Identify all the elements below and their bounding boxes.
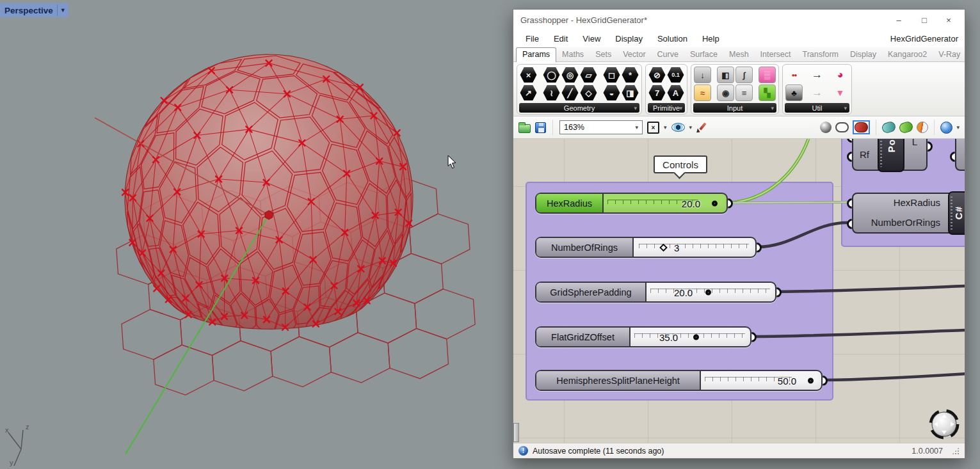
brep-param-icon[interactable]: ◨ bbox=[622, 84, 639, 101]
slider-track[interactable]: 20.0 bbox=[604, 194, 727, 212]
chevron-down-icon[interactable]: ▼ bbox=[60, 7, 66, 13]
slider-hemispheressplitplaneheight[interactable]: HemispheresSplitPlaneHeight 50.0 bbox=[535, 370, 823, 391]
toolbar-group-label[interactable]: Primitive▾ bbox=[648, 103, 685, 113]
slider-numberofrings[interactable]: NumberOfRings 3 bbox=[535, 237, 757, 258]
toolbar-group-label[interactable]: Util▾ bbox=[785, 103, 849, 113]
slider-hexradius[interactable]: HexRadius 20.0 bbox=[535, 193, 728, 214]
plane-param-icon[interactable]: ▱ bbox=[580, 67, 597, 83]
input-socket[interactable] bbox=[847, 198, 857, 209]
null-param-icon[interactable]: ⊘ bbox=[648, 67, 666, 83]
control-knob-icon[interactable]: ◉ bbox=[717, 84, 734, 101]
sketch-pen-icon[interactable] bbox=[696, 122, 708, 133]
selected-only-preview-icon[interactable] bbox=[881, 121, 897, 134]
tab-vray[interactable]: V-Ray bbox=[933, 48, 966, 61]
navigation-ball[interactable] bbox=[927, 406, 961, 441]
galapagos-flask-icon[interactable]: ▼ bbox=[831, 84, 849, 101]
zoom-level-select[interactable]: 163% ▾ bbox=[559, 120, 643, 134]
slider-track[interactable]: 35.0 bbox=[631, 328, 750, 346]
gradient-icon[interactable]: ▒ bbox=[759, 67, 776, 83]
tab-maths[interactable]: Maths bbox=[556, 48, 590, 61]
curve-param-icon[interactable]: ≀ bbox=[543, 84, 560, 101]
wire-hemispheresplit[interactable] bbox=[823, 374, 965, 380]
input-socket[interactable] bbox=[847, 152, 857, 162]
rectangle-param-icon[interactable]: ◇ bbox=[580, 84, 597, 101]
minimize-button[interactable]: – bbox=[889, 12, 908, 28]
geometry-param-icon[interactable]: × bbox=[520, 67, 537, 83]
save-file-icon[interactable] bbox=[535, 122, 546, 133]
input-socket[interactable] bbox=[847, 219, 857, 229]
menu-display[interactable]: Display bbox=[615, 34, 643, 44]
colour-swatch-icon[interactable]: ▚ bbox=[759, 84, 776, 101]
resize-grip[interactable] bbox=[952, 447, 960, 455]
grasshopper-canvas[interactable]: Controls HexRadius 20.0 NumberOfRings 3 bbox=[513, 139, 965, 443]
title-bar[interactable]: Grasshopper - HexGridGenerator* – □ × bbox=[513, 10, 965, 30]
relay-in-arrow-icon[interactable]: → bbox=[808, 67, 826, 83]
cherry-picker-icon[interactable]: ●● bbox=[785, 67, 803, 83]
slider-knob[interactable] bbox=[705, 289, 711, 295]
param-viewer-tree-icon[interactable]: ♣ bbox=[785, 84, 803, 101]
canvas-scroll-fragment[interactable] bbox=[513, 423, 519, 442]
tab-sets[interactable]: Sets bbox=[590, 48, 617, 61]
tab-vector[interactable]: Vector bbox=[617, 48, 651, 61]
chevron-down-icon[interactable]: ▾ bbox=[956, 124, 960, 131]
menu-edit[interactable]: Edit bbox=[554, 34, 568, 44]
tab-surface[interactable]: Surface bbox=[684, 48, 723, 61]
tab-mesh[interactable]: Mesh bbox=[723, 48, 755, 61]
component-label-box[interactable]: Po bbox=[878, 139, 904, 172]
md-slider-icon[interactable]: ≈ bbox=[694, 84, 711, 101]
close-button[interactable]: × bbox=[939, 12, 958, 28]
surface-param-icon[interactable]: ◒ bbox=[603, 84, 620, 101]
open-file-icon[interactable] bbox=[518, 124, 531, 133]
circle-param-icon[interactable]: ◯ bbox=[543, 67, 560, 83]
document-preview-icon[interactable] bbox=[917, 122, 928, 133]
graph-mapper-icon[interactable]: ∫ bbox=[735, 67, 753, 83]
zoom-extents-icon[interactable]: × bbox=[647, 122, 659, 134]
menu-help[interactable]: Help bbox=[702, 34, 719, 44]
panel-icon[interactable]: ≡ bbox=[735, 84, 753, 101]
relay-out-arrow-icon[interactable]: → bbox=[808, 84, 826, 101]
maximize-button[interactable]: □ bbox=[915, 12, 934, 28]
input-socket[interactable] bbox=[950, 152, 960, 162]
slider-track[interactable]: 50.0 bbox=[701, 371, 821, 390]
slider-track[interactable]: 20.0 bbox=[647, 283, 775, 301]
tab-kangaroo2[interactable]: Kangaroo2 bbox=[882, 48, 933, 61]
menu-solution[interactable]: Solution bbox=[657, 34, 687, 44]
preview-off-icon[interactable] bbox=[820, 122, 831, 133]
slider-knob[interactable] bbox=[808, 378, 814, 383]
chevron-down-icon[interactable]: ▾ bbox=[664, 124, 667, 131]
boolean-toggle-icon[interactable]: ◧ bbox=[717, 67, 734, 83]
number-slider-icon[interactable]: ↓ bbox=[694, 67, 711, 83]
slider-knob[interactable] bbox=[693, 334, 699, 340]
box-param-icon[interactable]: ◻ bbox=[603, 67, 620, 83]
component-label-box[interactable]: C# bbox=[948, 191, 965, 235]
tab-transform[interactable]: Transform bbox=[797, 48, 845, 61]
data-recorder-icon[interactable]: ◕ bbox=[831, 67, 849, 83]
menu-file[interactable]: File bbox=[526, 34, 539, 44]
tab-display[interactable]: Display bbox=[844, 48, 882, 61]
line-param-icon[interactable]: ╱ bbox=[561, 84, 579, 101]
preview-wireframe-icon[interactable] bbox=[835, 122, 849, 132]
populate-component[interactable]: S Rf Po L bbox=[852, 139, 928, 171]
toolbar-group-label[interactable]: Geometry▾ bbox=[519, 103, 639, 113]
slider-track[interactable]: 3 bbox=[634, 238, 755, 257]
chevron-down-icon[interactable]: ▾ bbox=[689, 124, 693, 131]
selected-shaded-preview-icon[interactable] bbox=[899, 121, 914, 134]
tab-params[interactable]: Params bbox=[516, 47, 556, 62]
preview-eye-icon[interactable] bbox=[671, 123, 685, 132]
tab-intersect[interactable]: Intersect bbox=[755, 48, 797, 61]
display-mode-icon[interactable] bbox=[940, 122, 952, 134]
tab-curve[interactable]: Curve bbox=[652, 48, 684, 61]
integer-param-icon[interactable]: 7 bbox=[648, 84, 666, 101]
slider-knob[interactable] bbox=[712, 200, 718, 206]
geometry-pipeline-icon[interactable]: ↗ bbox=[520, 84, 537, 101]
spiral-param-icon[interactable]: ◎ bbox=[561, 67, 579, 83]
menu-view[interactable]: View bbox=[582, 34, 600, 44]
viewport-title-dropdown[interactable]: Perspective ▼ bbox=[0, 3, 68, 17]
text-param-icon[interactable]: A bbox=[667, 84, 684, 101]
preview-shaded-icon[interactable] bbox=[855, 122, 868, 132]
partial-component[interactable]: F bbox=[955, 139, 965, 171]
csharp-script-component[interactable]: HexRadius NumberOrRings C# bbox=[852, 193, 965, 234]
toolbar-group-label[interactable]: Input▾ bbox=[693, 103, 776, 113]
number-param-icon[interactable]: 0.1 bbox=[667, 67, 684, 83]
mesh-param-icon[interactable]: * bbox=[622, 67, 639, 83]
